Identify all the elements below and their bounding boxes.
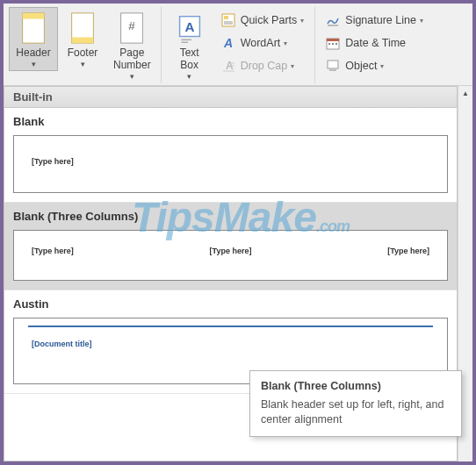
svg-text:#: # [129, 19, 136, 32]
tooltip-body: Blank header set up for left, right, and… [261, 397, 451, 427]
date-time-label: Date & Time [345, 37, 406, 49]
ribbon-group-text: A Text Box ▾ Quick Parts ▾ A WordArt ▾ A… [162, 7, 316, 83]
quick-parts-button[interactable]: Quick Parts ▾ [218, 9, 308, 32]
gallery-item-preview: [Type here] [Type here] [Type here] [13, 230, 448, 281]
svg-rect-21 [327, 39, 339, 41]
svg-rect-24 [335, 43, 337, 45]
page-number-button[interactable]: # Page Number ▾ [107, 7, 157, 83]
drop-cap-button[interactable]: A Drop Cap ▾ [218, 54, 308, 77]
date-time-button[interactable]: Date & Time [322, 32, 427, 54]
chevron-down-icon: ▾ [81, 60, 85, 68]
header-label: Header [16, 46, 50, 59]
chevron-down-icon: ▾ [300, 17, 304, 25]
wordart-label: WordArt [241, 37, 281, 49]
object-button[interactable]: Object ▾ [322, 54, 427, 77]
placeholder-text: [Type here] [32, 247, 74, 255]
header-icon [19, 11, 47, 45]
chevron-down-icon: ▾ [32, 60, 36, 68]
ribbon-col-insert: Signature Line ▾ Date & Time Object ▾ [319, 7, 430, 79]
date-time-icon [326, 36, 340, 50]
svg-text:A: A [223, 36, 233, 50]
signature-line-label: Signature Line [345, 14, 416, 26]
text-box-icon: A [176, 11, 204, 45]
drop-cap-label: Drop Cap [241, 60, 288, 72]
object-label: Object [345, 60, 377, 72]
ribbon-group-insert: Signature Line ▾ Date & Time Object ▾ [315, 7, 434, 83]
placeholder-text: [Type here] [387, 247, 429, 255]
page-number-icon: # [118, 11, 146, 45]
svg-rect-3 [72, 37, 94, 43]
ribbon-group-header-footer: Header ▾ Footer ▾ # Page Number ▾ [5, 7, 162, 83]
text-box-button[interactable]: A Text Box ▾ [165, 7, 214, 83]
svg-rect-23 [332, 43, 334, 45]
wordart-icon: A [221, 36, 235, 50]
svg-text:A: A [184, 19, 194, 34]
text-box-label: Text Box [180, 46, 199, 71]
footer-button[interactable]: Footer ▾ [58, 7, 107, 71]
tooltip: Blank (Three Columns) Blank header set u… [249, 370, 462, 437]
object-icon [326, 59, 340, 73]
gallery-item-title: Blank [13, 115, 448, 128]
svg-rect-25 [328, 61, 338, 68]
chevron-down-icon: ▾ [380, 62, 384, 70]
drop-cap-icon: A [221, 59, 235, 73]
chevron-down-icon: ▾ [187, 72, 191, 81]
signature-icon [326, 13, 340, 27]
header-button[interactable]: Header ▾ [9, 7, 58, 71]
gallery-item-title: Austin [13, 297, 448, 311]
ribbon-col-text: Quick Parts ▾ A WordArt ▾ A Drop Cap ▾ [214, 7, 312, 79]
gallery-item-preview: [Type here] [13, 135, 448, 193]
gallery-item-title: Blank (Three Columns) [13, 210, 448, 223]
signature-line-button[interactable]: Signature Line ▾ [322, 9, 427, 32]
chevron-down-icon: ▾ [420, 17, 423, 25]
placeholder-text: [Document title] [32, 340, 429, 348]
quick-parts-icon [221, 13, 235, 27]
chevron-down-icon: ▾ [284, 39, 287, 47]
decorative-line [28, 326, 433, 327]
chevron-down-icon: ▾ [291, 62, 294, 70]
page-number-label: Page Number [113, 46, 151, 71]
placeholder-text: [Type here] [210, 247, 252, 255]
scroll-up-arrow[interactable]: ▲ [459, 86, 472, 101]
quick-parts-label: Quick Parts [241, 14, 298, 26]
wordart-button[interactable]: A WordArt ▾ [218, 32, 308, 54]
ribbon: Header ▾ Footer ▾ # Page Number ▾ A Text… [4, 4, 472, 86]
svg-rect-22 [328, 43, 330, 45]
gallery-item-blank-three-columns[interactable]: Blank (Three Columns) [Type here] [Type … [4, 203, 457, 290]
gallery-item-blank[interactable]: Blank [Type here] [4, 108, 457, 203]
footer-label: Footer [68, 46, 98, 59]
svg-rect-1 [23, 13, 45, 19]
gallery-section-heading: Built-in [4, 87, 457, 108]
chevron-down-icon: ▾ [130, 72, 134, 81]
tooltip-title: Blank (Three Columns) [261, 380, 451, 392]
svg-rect-11 [224, 16, 228, 19]
footer-icon [69, 11, 97, 45]
placeholder-text: [Type here] [32, 157, 74, 166]
svg-rect-26 [329, 69, 336, 71]
